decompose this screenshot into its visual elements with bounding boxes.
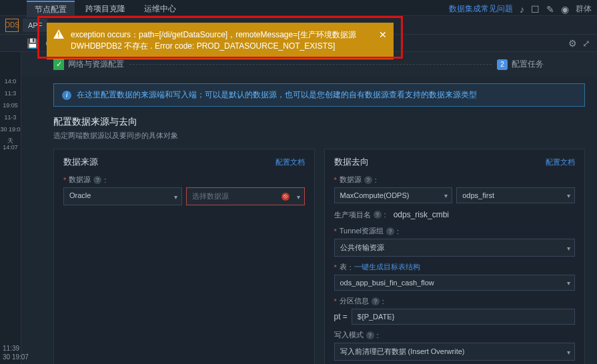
top-right-tools: 数据集成常见问题 ♪ ☐ ✎ ◉ 群体 xyxy=(449,3,592,15)
partition-label: 分区信息 xyxy=(340,296,369,306)
onekey-gen-link[interactable]: 一键生成目标表结构 xyxy=(354,262,420,272)
source-name-placeholder: 选择数据源 xyxy=(192,192,229,200)
warn-icon xyxy=(53,29,64,39)
help-icon[interactable]: ? xyxy=(93,176,101,184)
top-nav: 节点配置 跨项目克隆 运维中心 数据集成常见问题 ♪ ☐ ✎ ◉ 群体 xyxy=(0,0,597,16)
source-label: 数据源 xyxy=(69,175,91,185)
tab-ops-center[interactable]: 运维中心 xyxy=(136,1,184,17)
error-line-1: exception occurs：path=[/di/getDataSource… xyxy=(71,30,356,39)
step-2-label: 配置任务 xyxy=(512,59,544,70)
status-clock: 11:39 30 19:07 xyxy=(3,344,29,361)
error-banner: exception occurs：path=[/di/getDataSource… xyxy=(47,23,394,59)
required-marker: * xyxy=(334,227,337,235)
clock-time-1: 11:39 xyxy=(3,344,29,353)
help-icon[interactable]: ? xyxy=(366,331,374,339)
rail-item: 14:0 xyxy=(5,79,17,85)
chevron-down-icon: ▾ xyxy=(174,193,177,200)
bell-icon[interactable]: ♪ xyxy=(520,4,524,15)
module-icon: ODS xyxy=(5,19,19,32)
target-name-select[interactable]: odps_first ▾ xyxy=(456,187,575,203)
rail-item: 19:05 xyxy=(3,103,18,109)
table-value: ods_app_busi_fin_cash_flow xyxy=(340,279,434,287)
source-doc-link[interactable]: 配置文档 xyxy=(275,157,305,167)
error-line-2: DWHDBPDB2 不存在 . Error code: PROD_DATASOU… xyxy=(71,41,335,51)
panel-data-target: 数据去向 配置文档 * 数据源 ? : MaxCompute(ODPS) ▾ o… xyxy=(324,149,586,364)
step-network-resource[interactable]: ✓ 网络与资源配置 xyxy=(53,59,124,70)
step-1-label: 网络与资源配置 xyxy=(68,59,124,70)
write-mode-select[interactable]: 写入前清理已有数据 (Insert Overwrite) ▾ xyxy=(334,343,576,361)
required-marker: * xyxy=(334,176,337,184)
help-icon[interactable]: ? xyxy=(372,297,380,305)
check-icon: ✓ xyxy=(53,59,64,70)
save-icon[interactable]: 💾 xyxy=(27,38,38,49)
chevron-down-icon: ▾ xyxy=(567,244,570,251)
step-2-num: 2 xyxy=(497,59,508,70)
chevron-down-icon: ▾ xyxy=(567,348,570,355)
step-config-task[interactable]: 2 配置任务 xyxy=(497,59,544,70)
expand-icon[interactable]: ⤢ xyxy=(582,38,590,49)
tunnel-label: Tunnel资源组 xyxy=(340,226,384,236)
file-tab[interactable]: APF xyxy=(23,19,47,32)
group-label: 群体 xyxy=(576,3,592,15)
partition-input[interactable]: ${P_DATE} xyxy=(352,309,575,325)
help-icon[interactable]: ? xyxy=(374,211,382,219)
section-title: 配置数据来源与去向 xyxy=(53,116,585,128)
tunnel-select[interactable]: 公共传输资源 ▾ xyxy=(334,239,576,257)
help-icon[interactable]: ? xyxy=(364,176,372,184)
rail-item: 30 19:0 xyxy=(0,127,20,133)
user-icon[interactable]: ◉ xyxy=(561,4,569,15)
info-box: i 在这里配置数据的来源端和写入端；可以是默认的数据源，也可以是您创建的自有数据… xyxy=(53,83,585,107)
write-mode-label: 写入模式 xyxy=(334,330,364,340)
calendar-icon[interactable]: ☐ xyxy=(531,4,540,15)
chevron-down-icon: ▾ xyxy=(444,192,448,199)
project-label: 生产项目名 xyxy=(334,210,371,220)
target-name-value: odps_first xyxy=(462,191,494,199)
chevron-down-icon: ▾ xyxy=(567,279,570,287)
error-icon: ⦸ xyxy=(281,193,289,201)
source-type-select[interactable]: Oracle ▾ xyxy=(63,187,182,205)
tab-node-config[interactable]: 节点配置 xyxy=(27,1,75,17)
step-connector xyxy=(129,64,492,65)
left-rail: 14:0 11:3 19:05 11-3 30 19:0 天 14:07 xyxy=(0,52,21,364)
rail-item: 11-3 xyxy=(4,115,16,121)
write-mode-value: 写入前清理已有数据 (Insert Overwrite) xyxy=(340,347,465,355)
tab-cross-project-clone[interactable]: 跨项目克隆 xyxy=(77,1,133,17)
panel-source-title: 数据来源 xyxy=(63,156,98,168)
settings-icon[interactable]: ⚙ xyxy=(568,38,577,49)
clock-time-2: 30 19:07 xyxy=(3,353,29,361)
required-marker: * xyxy=(334,297,337,305)
target-source-label: 数据源 xyxy=(340,175,362,185)
rail-item: 天 14:07 xyxy=(0,138,21,151)
info-text: 在这里配置数据的来源端和写入端；可以是默认的数据源，也可以是您创建的自有数据源查… xyxy=(77,89,477,101)
wrench-icon[interactable]: ✎ xyxy=(546,4,554,15)
file-tab-label: APF xyxy=(28,21,42,29)
required-marker: * xyxy=(63,176,66,184)
section-subtitle: 选定两端数据源以及要同步的具体对象 xyxy=(53,131,585,141)
faq-link[interactable]: 数据集成常见问题 xyxy=(449,3,513,15)
source-name-select[interactable]: 选择数据源 ⦸ ▾ xyxy=(186,187,305,205)
panel-target-title: 数据去向 xyxy=(334,156,369,168)
tunnel-value: 公共传输资源 xyxy=(340,243,384,251)
required-marker: * xyxy=(334,263,337,271)
chevron-down-icon: ▾ xyxy=(297,193,300,200)
chevron-down-icon: ▾ xyxy=(567,192,570,199)
main-content: i 在这里配置数据的来源端和写入端；可以是默认的数据源，也可以是您创建的自有数据… xyxy=(0,77,597,364)
source-type-value: Oracle xyxy=(69,191,91,199)
rail-item: 11:3 xyxy=(5,91,17,97)
table-select[interactable]: ods_app_busi_fin_cash_flow ▾ xyxy=(334,275,576,291)
target-type-value: MaxCompute(ODPS) xyxy=(340,191,410,199)
partition-prefix: pt = xyxy=(334,312,348,321)
target-doc-link[interactable]: 配置文档 xyxy=(546,157,575,167)
help-icon[interactable]: ? xyxy=(386,227,394,235)
close-icon[interactable]: ✕ xyxy=(379,28,387,41)
info-icon: i xyxy=(62,91,71,100)
table-label: 表 xyxy=(340,262,347,272)
target-type-select[interactable]: MaxCompute(ODPS) ▾ xyxy=(334,187,453,203)
panel-data-source: 数据来源 配置文档 * 数据源 ? : Oracle ▾ 选择数据源 xyxy=(53,149,315,364)
partition-value: ${P_DATE} xyxy=(358,313,394,321)
project-value: odps_risk_cmbi xyxy=(394,209,449,221)
